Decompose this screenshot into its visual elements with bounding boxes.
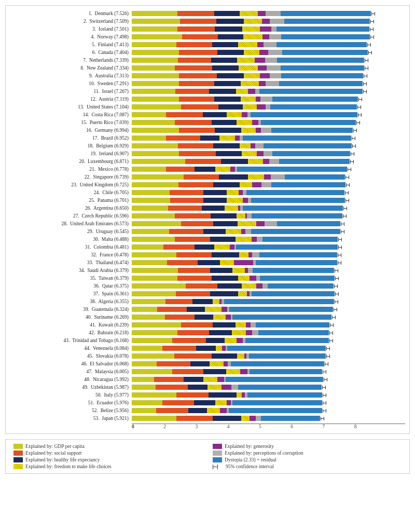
table-row: 10. Sweden (7.291) xyxy=(10,80,405,87)
bar-segment xyxy=(177,330,209,335)
bar-segment xyxy=(258,11,266,16)
bar-segment xyxy=(227,400,231,405)
row-label: 25. Panama (6.701) xyxy=(10,198,132,203)
bar-segment xyxy=(232,400,322,405)
row-label: 26. Argentina (6.650) xyxy=(10,206,132,211)
bar-segment xyxy=(203,190,226,195)
bar-wrapper xyxy=(132,291,405,297)
table-row: 16. Germany (6.994) xyxy=(10,127,405,134)
bar-segment xyxy=(221,159,248,164)
bar-wrapper xyxy=(132,104,405,110)
bar-segment xyxy=(269,159,279,164)
bar-segment xyxy=(277,221,340,226)
bar-segment xyxy=(132,128,179,133)
bar-segment xyxy=(177,26,215,32)
bar-segment xyxy=(232,330,246,335)
bar-segment xyxy=(206,338,225,343)
bar-segment xyxy=(162,346,197,351)
bar-segment xyxy=(243,104,257,110)
bar-segment xyxy=(222,307,227,312)
bar-segment xyxy=(251,112,357,117)
row-label: 2. Switzerland (7.509) xyxy=(10,19,132,24)
legend-item: Explained by: healthy life expectancy xyxy=(13,457,202,462)
bar-segment xyxy=(215,26,242,32)
bar-segment xyxy=(184,377,203,382)
bar-segment xyxy=(241,416,250,421)
row-label: 20. Luxembourg (6.871) xyxy=(10,159,132,164)
confidence-interval xyxy=(348,168,351,171)
bar-segment xyxy=(132,408,156,413)
bar-segment xyxy=(247,392,322,398)
legend-color-swatch xyxy=(13,451,23,456)
bar-segment xyxy=(227,190,239,195)
row-label: 7. Netherlands (7.339) xyxy=(10,58,132,63)
bar-segment xyxy=(271,26,276,32)
bar-segment xyxy=(175,237,210,242)
bar-segment xyxy=(220,408,227,413)
bar-segment xyxy=(259,81,266,86)
bar-segment xyxy=(252,120,258,125)
confidence-interval xyxy=(330,323,334,327)
row-label: 38. Algeria (6.355) xyxy=(10,299,132,304)
bar-segment xyxy=(261,120,356,125)
bar-segment xyxy=(188,385,208,390)
bar-segment xyxy=(248,174,265,180)
bar-segment xyxy=(234,260,253,265)
bar-segment xyxy=(219,135,235,141)
table-row: 52. Belize (5.956) xyxy=(10,407,405,414)
confidence-interval xyxy=(356,121,360,125)
bar-segment xyxy=(262,34,269,39)
table-row: 3. Iceland (7.501) xyxy=(10,25,405,33)
bar-segment xyxy=(251,322,256,328)
table-row: 27. Czech Republic (6.596) xyxy=(10,212,405,220)
confidence-interval xyxy=(326,354,330,358)
bar-wrapper xyxy=(132,19,405,24)
bar-segment xyxy=(240,143,251,148)
bar-segment xyxy=(212,42,238,47)
bar-wrapper xyxy=(132,315,405,320)
bar-segment xyxy=(222,385,231,390)
bar-wrapper xyxy=(132,50,405,56)
table-row: 45. Slovakia (6.078) xyxy=(10,352,405,360)
bar-segment xyxy=(132,50,179,55)
confidence-interval xyxy=(329,339,333,343)
legend-color-swatch xyxy=(213,444,222,449)
bar-segment xyxy=(179,151,216,156)
table-row: 12. Austria (7.119) xyxy=(10,96,405,103)
bar-segment xyxy=(176,291,210,296)
bar-segment xyxy=(132,97,179,102)
bar-segment xyxy=(272,97,358,102)
bar-segment xyxy=(198,260,220,265)
confidence-interval xyxy=(334,284,338,288)
legend-color-swatch xyxy=(13,464,23,469)
bar-segment xyxy=(178,182,213,187)
bar-segment xyxy=(244,19,262,24)
bar-segment xyxy=(132,182,178,187)
bar-segment xyxy=(248,159,263,164)
bar-segment xyxy=(132,353,174,359)
bar-segment xyxy=(239,190,243,195)
confidence-interval xyxy=(343,214,347,218)
bar-wrapper xyxy=(132,237,405,242)
confidence-interval xyxy=(370,20,374,23)
legend-item: Dystopia (2.33) + residual xyxy=(213,457,402,462)
bar-segment xyxy=(132,65,175,71)
row-label: 39. Guatemala (6.324) xyxy=(10,307,132,312)
bar-segment xyxy=(215,128,241,133)
bar-segment xyxy=(251,229,341,234)
bar-segment xyxy=(214,81,241,86)
confidence-interval xyxy=(358,113,362,117)
bar-segment xyxy=(252,252,259,257)
bar-segment xyxy=(213,416,242,421)
bar-segment xyxy=(163,244,195,250)
bar-segment xyxy=(166,167,195,172)
x-tick-label: 2 xyxy=(163,424,195,429)
chart-container: 1. Denmark (7.526)2. Switzerland (7.509)… xyxy=(0,0,415,479)
bar-segment xyxy=(240,11,258,16)
confidence-interval xyxy=(363,82,367,86)
row-label: 10. Sweden (7.291) xyxy=(10,81,132,86)
bar-segment xyxy=(266,11,281,16)
confidence-interval xyxy=(352,137,355,140)
bar-segment xyxy=(238,385,321,390)
bar-segment xyxy=(177,11,214,16)
